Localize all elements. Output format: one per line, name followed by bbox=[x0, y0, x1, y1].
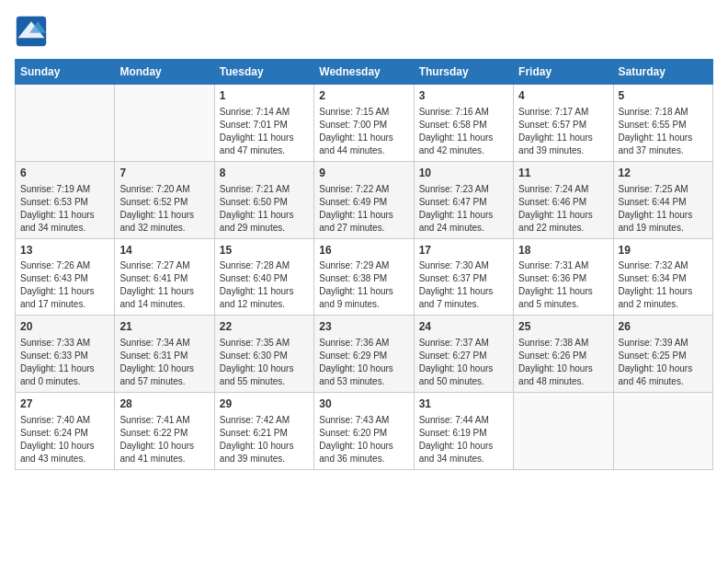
calendar-cell: 12Sunrise: 7:25 AM Sunset: 6:44 PM Dayli… bbox=[613, 161, 712, 238]
logo-icon bbox=[15, 15, 48, 48]
day-content: Sunrise: 7:23 AM Sunset: 6:47 PM Dayligh… bbox=[419, 183, 508, 235]
day-number: 22 bbox=[220, 319, 309, 335]
day-number: 7 bbox=[119, 166, 209, 181]
day-content: Sunrise: 7:25 AM Sunset: 6:44 PM Dayligh… bbox=[619, 183, 708, 235]
day-number: 17 bbox=[419, 243, 508, 259]
day-number: 1 bbox=[220, 88, 309, 104]
day-content: Sunrise: 7:15 AM Sunset: 7:00 PM Dayligh… bbox=[319, 106, 408, 157]
calendar-cell: 24Sunrise: 7:37 AM Sunset: 6:27 PM Dayli… bbox=[414, 316, 513, 393]
calendar-cell: 17Sunrise: 7:30 AM Sunset: 6:37 PM Dayli… bbox=[414, 238, 513, 316]
day-number: 14 bbox=[119, 243, 209, 259]
calendar-cell: 15Sunrise: 7:28 AM Sunset: 6:40 PM Dayli… bbox=[214, 238, 313, 316]
calendar-cell: 10Sunrise: 7:23 AM Sunset: 6:47 PM Dayli… bbox=[414, 161, 513, 238]
calendar-cell: 22Sunrise: 7:35 AM Sunset: 6:30 PM Dayli… bbox=[214, 316, 313, 393]
calendar-cell: 14Sunrise: 7:27 AM Sunset: 6:41 PM Dayli… bbox=[115, 238, 214, 316]
day-content: Sunrise: 7:27 AM Sunset: 6:41 PM Dayligh… bbox=[119, 259, 209, 311]
calendar-cell: 23Sunrise: 7:36 AM Sunset: 6:29 PM Dayli… bbox=[314, 316, 414, 393]
calendar-cell: 29Sunrise: 7:42 AM Sunset: 6:21 PM Dayli… bbox=[214, 393, 313, 470]
day-header-monday: Monday bbox=[115, 60, 214, 85]
day-content: Sunrise: 7:35 AM Sunset: 6:30 PM Dayligh… bbox=[220, 337, 309, 388]
calendar-cell: 11Sunrise: 7:24 AM Sunset: 6:46 PM Dayli… bbox=[514, 161, 613, 238]
day-header-sunday: Sunday bbox=[16, 60, 115, 85]
calendar-cell bbox=[115, 85, 214, 162]
calendar-header-row: SundayMondayTuesdayWednesdayThursdayFrid… bbox=[16, 60, 713, 85]
day-content: Sunrise: 7:37 AM Sunset: 6:27 PM Dayligh… bbox=[419, 337, 508, 388]
day-number: 21 bbox=[119, 319, 209, 335]
calendar-cell: 30Sunrise: 7:43 AM Sunset: 6:20 PM Dayli… bbox=[314, 393, 414, 470]
day-content: Sunrise: 7:40 AM Sunset: 6:24 PM Dayligh… bbox=[20, 414, 109, 465]
day-header-friday: Friday bbox=[514, 60, 613, 85]
day-number: 10 bbox=[419, 166, 508, 181]
day-number: 15 bbox=[220, 243, 309, 259]
day-content: Sunrise: 7:14 AM Sunset: 7:01 PM Dayligh… bbox=[220, 106, 309, 157]
day-content: Sunrise: 7:43 AM Sunset: 6:20 PM Dayligh… bbox=[319, 414, 408, 465]
day-number: 4 bbox=[518, 88, 608, 104]
calendar-cell: 26Sunrise: 7:39 AM Sunset: 6:25 PM Dayli… bbox=[613, 316, 712, 393]
page-header bbox=[15, 15, 713, 48]
day-number: 30 bbox=[319, 396, 408, 412]
day-content: Sunrise: 7:21 AM Sunset: 6:50 PM Dayligh… bbox=[220, 183, 309, 235]
day-number: 25 bbox=[518, 319, 608, 335]
day-number: 5 bbox=[619, 88, 708, 104]
calendar-cell: 2Sunrise: 7:15 AM Sunset: 7:00 PM Daylig… bbox=[314, 85, 414, 162]
day-content: Sunrise: 7:39 AM Sunset: 6:25 PM Dayligh… bbox=[619, 337, 708, 388]
calendar-cell: 25Sunrise: 7:38 AM Sunset: 6:26 PM Dayli… bbox=[514, 316, 613, 393]
day-header-wednesday: Wednesday bbox=[314, 60, 414, 85]
day-content: Sunrise: 7:19 AM Sunset: 6:53 PM Dayligh… bbox=[20, 183, 109, 235]
day-content: Sunrise: 7:36 AM Sunset: 6:29 PM Dayligh… bbox=[319, 337, 408, 388]
calendar-cell: 6Sunrise: 7:19 AM Sunset: 6:53 PM Daylig… bbox=[16, 161, 115, 238]
day-header-tuesday: Tuesday bbox=[214, 60, 313, 85]
day-number: 3 bbox=[419, 88, 508, 104]
day-number: 19 bbox=[619, 243, 708, 259]
calendar-cell: 21Sunrise: 7:34 AM Sunset: 6:31 PM Dayli… bbox=[115, 316, 214, 393]
calendar-cell: 4Sunrise: 7:17 AM Sunset: 6:57 PM Daylig… bbox=[514, 85, 613, 162]
calendar-cell: 28Sunrise: 7:41 AM Sunset: 6:22 PM Dayli… bbox=[115, 393, 214, 470]
calendar-cell: 3Sunrise: 7:16 AM Sunset: 6:58 PM Daylig… bbox=[414, 85, 513, 162]
calendar-cell: 1Sunrise: 7:14 AM Sunset: 7:01 PM Daylig… bbox=[214, 85, 313, 162]
calendar-cell: 16Sunrise: 7:29 AM Sunset: 6:38 PM Dayli… bbox=[314, 238, 414, 316]
calendar-cell: 8Sunrise: 7:21 AM Sunset: 6:50 PM Daylig… bbox=[214, 161, 313, 238]
day-content: Sunrise: 7:20 AM Sunset: 6:52 PM Dayligh… bbox=[119, 183, 209, 235]
day-content: Sunrise: 7:42 AM Sunset: 6:21 PM Dayligh… bbox=[220, 414, 309, 465]
calendar-cell: 31Sunrise: 7:44 AM Sunset: 6:19 PM Dayli… bbox=[414, 393, 513, 470]
day-number: 27 bbox=[20, 396, 109, 412]
day-number: 2 bbox=[319, 88, 408, 104]
day-content: Sunrise: 7:16 AM Sunset: 6:58 PM Dayligh… bbox=[419, 106, 508, 157]
calendar-week-row: 6Sunrise: 7:19 AM Sunset: 6:53 PM Daylig… bbox=[16, 161, 713, 238]
day-number: 23 bbox=[319, 319, 408, 335]
calendar-week-row: 1Sunrise: 7:14 AM Sunset: 7:01 PM Daylig… bbox=[16, 85, 713, 162]
day-content: Sunrise: 7:28 AM Sunset: 6:40 PM Dayligh… bbox=[220, 259, 309, 311]
day-number: 11 bbox=[518, 166, 608, 181]
calendar-cell bbox=[613, 393, 712, 470]
day-content: Sunrise: 7:30 AM Sunset: 6:37 PM Dayligh… bbox=[419, 259, 508, 311]
day-number: 24 bbox=[419, 319, 508, 335]
day-content: Sunrise: 7:32 AM Sunset: 6:34 PM Dayligh… bbox=[619, 259, 708, 311]
day-number: 8 bbox=[220, 166, 309, 181]
calendar-table: SundayMondayTuesdayWednesdayThursdayFrid… bbox=[15, 59, 713, 470]
day-content: Sunrise: 7:31 AM Sunset: 6:36 PM Dayligh… bbox=[518, 259, 608, 311]
day-number: 6 bbox=[20, 166, 109, 181]
day-number: 16 bbox=[319, 243, 408, 259]
day-number: 13 bbox=[20, 243, 109, 259]
day-content: Sunrise: 7:17 AM Sunset: 6:57 PM Dayligh… bbox=[518, 106, 608, 157]
day-number: 28 bbox=[119, 396, 209, 412]
day-header-saturday: Saturday bbox=[613, 60, 712, 85]
calendar-cell: 13Sunrise: 7:26 AM Sunset: 6:43 PM Dayli… bbox=[16, 238, 115, 316]
day-content: Sunrise: 7:22 AM Sunset: 6:49 PM Dayligh… bbox=[319, 183, 408, 235]
day-header-thursday: Thursday bbox=[414, 60, 513, 85]
calendar-cell: 5Sunrise: 7:18 AM Sunset: 6:55 PM Daylig… bbox=[613, 85, 712, 162]
day-number: 26 bbox=[619, 319, 708, 335]
day-number: 18 bbox=[518, 243, 608, 259]
day-content: Sunrise: 7:44 AM Sunset: 6:19 PM Dayligh… bbox=[419, 414, 508, 465]
calendar-cell bbox=[514, 393, 613, 470]
calendar-week-row: 13Sunrise: 7:26 AM Sunset: 6:43 PM Dayli… bbox=[16, 238, 713, 316]
day-number: 9 bbox=[319, 166, 408, 181]
calendar-cell: 7Sunrise: 7:20 AM Sunset: 6:52 PM Daylig… bbox=[115, 161, 214, 238]
day-content: Sunrise: 7:34 AM Sunset: 6:31 PM Dayligh… bbox=[119, 337, 209, 388]
day-content: Sunrise: 7:18 AM Sunset: 6:55 PM Dayligh… bbox=[619, 106, 708, 157]
day-content: Sunrise: 7:26 AM Sunset: 6:43 PM Dayligh… bbox=[20, 259, 109, 311]
day-content: Sunrise: 7:33 AM Sunset: 6:33 PM Dayligh… bbox=[20, 337, 109, 388]
calendar-cell bbox=[16, 85, 115, 162]
calendar-week-row: 27Sunrise: 7:40 AM Sunset: 6:24 PM Dayli… bbox=[16, 393, 713, 470]
calendar-cell: 18Sunrise: 7:31 AM Sunset: 6:36 PM Dayli… bbox=[514, 238, 613, 316]
